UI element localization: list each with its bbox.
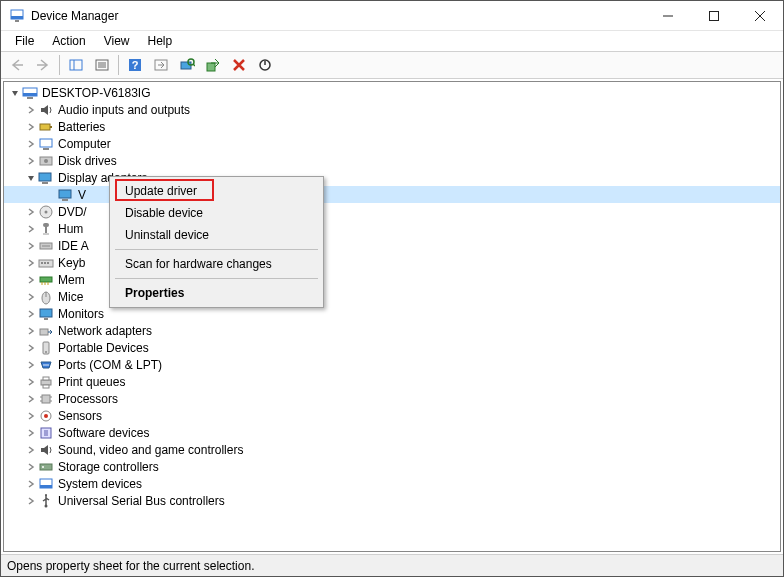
- svg-rect-61: [43, 385, 49, 388]
- ctx-scan-hardware[interactable]: Scan for hardware changes: [113, 253, 320, 275]
- tree-category[interactable]: System devices: [4, 475, 780, 492]
- chevron-right-icon[interactable]: [24, 256, 38, 270]
- svg-point-55: [45, 351, 47, 353]
- chevron-right-icon[interactable]: [24, 205, 38, 219]
- uninstall-button[interactable]: [227, 54, 251, 76]
- chevron-right-icon[interactable]: [24, 443, 38, 457]
- show-hide-tree-button[interactable]: [64, 54, 88, 76]
- ctx-uninstall-device[interactable]: Uninstall device: [113, 224, 320, 246]
- panel-icon: [68, 57, 84, 73]
- ctx-disable-device[interactable]: Disable device: [113, 202, 320, 224]
- chevron-right-icon[interactable]: [24, 103, 38, 117]
- tree-category[interactable]: Universal Serial Bus controllers: [4, 492, 780, 509]
- chevron-right-icon[interactable]: [24, 477, 38, 491]
- svg-point-74: [45, 504, 48, 507]
- chevron-right-icon[interactable]: [24, 154, 38, 168]
- tree-category[interactable]: Disk drives: [4, 152, 780, 169]
- tree-category-label: Ports (COM & LPT): [58, 358, 162, 372]
- tree-category[interactable]: Sensors: [4, 407, 780, 424]
- svg-rect-2: [15, 20, 19, 22]
- svg-rect-44: [47, 262, 49, 264]
- tree-device-label: V: [78, 188, 86, 202]
- tree-root[interactable]: DESKTOP-V6183IG: [4, 84, 780, 101]
- svg-rect-73: [40, 485, 52, 488]
- chevron-right-icon[interactable]: [24, 273, 38, 287]
- tree-category[interactable]: Network adapters: [4, 322, 780, 339]
- svg-rect-33: [62, 199, 68, 201]
- category-icon: [38, 459, 54, 475]
- chevron-down-icon[interactable]: [8, 86, 22, 100]
- menu-action[interactable]: Action: [44, 33, 93, 49]
- tree-category[interactable]: Software devices: [4, 424, 780, 441]
- category-icon: [38, 170, 54, 186]
- svg-rect-70: [40, 464, 52, 470]
- svg-text:?: ?: [132, 59, 139, 71]
- tree-category[interactable]: Computer: [4, 135, 780, 152]
- chevron-right-icon[interactable]: [24, 392, 38, 406]
- menu-file[interactable]: File: [7, 33, 42, 49]
- tree-category[interactable]: Ports (COM & LPT): [4, 356, 780, 373]
- tree-category[interactable]: Sound, video and game controllers: [4, 441, 780, 458]
- svg-point-29: [44, 159, 48, 163]
- svg-rect-59: [41, 380, 51, 385]
- tree-category[interactable]: Storage controllers: [4, 458, 780, 475]
- tree-category-label: Hum: [58, 222, 83, 236]
- toolbar: ?: [1, 51, 783, 79]
- chevron-right-icon[interactable]: [24, 120, 38, 134]
- toolbar-separator: [59, 55, 60, 75]
- ctx-separator: [115, 249, 318, 250]
- ctx-update-driver[interactable]: Update driver: [113, 180, 320, 202]
- tree-category[interactable]: Portable Devices: [4, 339, 780, 356]
- disable-button[interactable]: [253, 54, 277, 76]
- chevron-right-icon[interactable]: [24, 494, 38, 508]
- category-icon: [38, 255, 54, 271]
- chevron-right-icon[interactable]: [24, 341, 38, 355]
- svg-rect-19: [207, 63, 215, 71]
- tree-category-label: Audio inputs and outputs: [58, 103, 190, 117]
- chevron-right-icon[interactable]: [24, 409, 38, 423]
- chevron-right-icon[interactable]: [24, 358, 38, 372]
- menu-help[interactable]: Help: [140, 33, 181, 49]
- svg-rect-43: [44, 262, 46, 264]
- menu-view[interactable]: View: [96, 33, 138, 49]
- device-tree-panel[interactable]: DESKTOP-V6183IG Audio inputs and outputs…: [3, 81, 781, 552]
- chevron-right-icon[interactable]: [24, 137, 38, 151]
- forward-button[interactable]: [31, 54, 55, 76]
- chevron-right-icon[interactable]: [24, 307, 38, 321]
- tree-category[interactable]: Processors: [4, 390, 780, 407]
- chevron-right-icon[interactable]: [24, 460, 38, 474]
- action-button[interactable]: [149, 54, 173, 76]
- ctx-properties[interactable]: Properties: [113, 282, 320, 304]
- category-icon: [38, 238, 54, 254]
- chevron-right-icon[interactable]: [24, 239, 38, 253]
- chevron-down-icon[interactable]: [24, 171, 38, 185]
- minimize-button[interactable]: [645, 1, 691, 30]
- tree-category-label: Batteries: [58, 120, 105, 134]
- chevron-right-icon[interactable]: [24, 290, 38, 304]
- back-button[interactable]: [5, 54, 29, 76]
- update-driver-button[interactable]: [201, 54, 225, 76]
- category-icon: [38, 374, 54, 390]
- chevron-right-icon[interactable]: [24, 324, 38, 338]
- help-button[interactable]: ?: [123, 54, 147, 76]
- device-manager-window: Device Manager File Action View Help: [0, 0, 784, 577]
- chevron-right-icon[interactable]: [24, 375, 38, 389]
- tree-category[interactable]: Batteries: [4, 118, 780, 135]
- svg-rect-60: [43, 377, 49, 380]
- svg-rect-1: [11, 16, 23, 19]
- scan-hardware-button[interactable]: [175, 54, 199, 76]
- tree-category-label: Universal Serial Bus controllers: [58, 494, 225, 508]
- close-button[interactable]: [737, 1, 783, 30]
- tree-category-label: Computer: [58, 137, 111, 151]
- chevron-right-icon[interactable]: [24, 426, 38, 440]
- tree-category[interactable]: Print queues: [4, 373, 780, 390]
- category-icon: [38, 408, 54, 424]
- help-icon: ?: [127, 57, 143, 73]
- tree-category[interactable]: Audio inputs and outputs: [4, 101, 780, 118]
- maximize-button[interactable]: [691, 1, 737, 30]
- category-icon: [38, 306, 54, 322]
- tree-category-label: Disk drives: [58, 154, 117, 168]
- properties-button[interactable]: [90, 54, 114, 76]
- chevron-right-icon[interactable]: [24, 222, 38, 236]
- category-icon: [38, 493, 54, 509]
